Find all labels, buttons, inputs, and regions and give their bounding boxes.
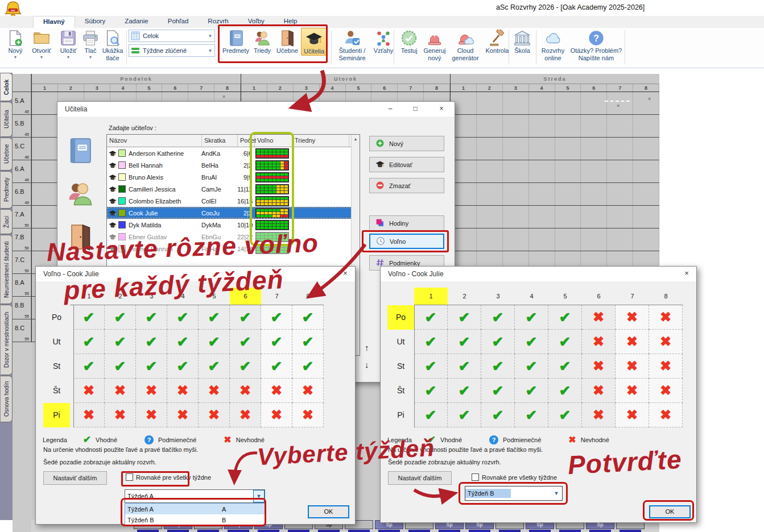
availability-cell[interactable]: ✔: [199, 305, 230, 330]
ribbon-button-cloud-gener-tor[interactable]: Cloud generátor: [449, 29, 481, 61]
menu-tab-súbory[interactable]: Súbory: [75, 16, 115, 28]
availability-cell[interactable]: ✖: [136, 403, 167, 427]
ribbon-button--tudenti-semin-re[interactable]: Študenti / Semináre: [334, 29, 370, 61]
sidebar-tab-osnova-hod-n[interactable]: Osnova hodín: [1, 376, 13, 422]
timetable-cell[interactable]: [633, 228, 659, 251]
availability-cell[interactable]: ✖: [292, 379, 324, 403]
availability-cell[interactable]: ✖: [649, 403, 683, 427]
timetable-cell[interactable]: [477, 115, 503, 137]
availability-cell[interactable]: ✖: [261, 403, 292, 427]
availability-cell[interactable]: ✔: [230, 354, 261, 379]
period-header-2[interactable]: 2: [448, 288, 481, 305]
sidebar-tab-u-ebne[interactable]: Učebne: [1, 138, 13, 171]
view-combo-weeks[interactable]: Týždne zlúčené▼: [129, 44, 215, 57]
availability-cell[interactable]: ✔: [414, 305, 448, 330]
ribbon-button--kola[interactable]: Škola: [511, 29, 534, 55]
teacher-row[interactable]: Cook JulieCooJu2|2: [107, 207, 360, 219]
timetable-cell[interactable]: [555, 160, 581, 182]
period-header-6[interactable]: 6: [230, 288, 261, 305]
availability-cell[interactable]: ✖: [649, 305, 683, 330]
sidebar-tab-u-itelia[interactable]: Učitelia: [1, 102, 13, 137]
timetable-cell[interactable]: [503, 160, 529, 182]
availability-cell[interactable]: ✖: [73, 403, 105, 427]
menu-tab-zadanie[interactable]: Zadanie: [115, 16, 158, 28]
availability-cell[interactable]: ✔: [548, 330, 582, 354]
lesson-card-partial[interactable]: [499, 530, 521, 532]
timetable-cell[interactable]: [633, 138, 659, 160]
availability-cell[interactable]: ✖: [230, 379, 261, 403]
period-header-5[interactable]: 5: [548, 288, 582, 305]
availability-cell[interactable]: ✔: [136, 354, 167, 379]
period-header-1[interactable]: 1: [414, 288, 448, 305]
period-header-2[interactable]: 2: [105, 288, 136, 305]
lesson-card-partial[interactable]: [228, 530, 249, 532]
availability-cell[interactable]: ✔: [481, 305, 515, 330]
lesson-card-partial[interactable]: [620, 530, 641, 532]
period-header-3[interactable]: 3: [481, 288, 515, 305]
availability-cell[interactable]: ✔: [136, 330, 167, 354]
hodiny-button[interactable]: Hodiny: [369, 215, 444, 231]
timetable-cell[interactable]: [555, 138, 581, 160]
lesson-card-partial[interactable]: [167, 530, 189, 532]
timetable-cell[interactable]: [529, 206, 555, 228]
availability-cell[interactable]: ✔: [167, 330, 199, 354]
teacher-row[interactable]: Bruno AlexisBruAl9|9: [107, 171, 360, 183]
teacher-row[interactable]: Bell HannahBelHa2|2: [107, 159, 360, 171]
availability-cell[interactable]: ✔: [448, 379, 481, 403]
lesson-card-partial[interactable]: [469, 530, 490, 532]
timetable-cell[interactable]: [32, 138, 58, 160]
lesson-card-partial[interactable]: [288, 530, 309, 532]
timetable-cell[interactable]: [633, 183, 659, 205]
lesson-card-partial[interactable]: [137, 530, 159, 532]
availability-cell[interactable]: ✖: [261, 379, 292, 403]
ribbon-button-otvori-[interactable]: Otvoriť▼: [27, 29, 56, 59]
timetable-cell[interactable]: [581, 92, 607, 114]
availability-cell[interactable]: ✖: [582, 330, 616, 354]
availability-cell[interactable]: ✖: [582, 379, 616, 403]
availability-cell[interactable]: ✖: [105, 403, 136, 427]
maximize-icon[interactable]: □: [407, 105, 424, 113]
teacher-row[interactable]: Camilleri JessicaCamJe11|11: [107, 183, 360, 195]
sidebar-tab-predmety[interactable]: Predmety: [1, 171, 13, 209]
timetable-cell[interactable]: [477, 206, 503, 228]
availability-cell[interactable]: ✔: [261, 354, 292, 379]
timetable-cell[interactable]: [503, 183, 529, 205]
timetable-cell[interactable]: [529, 115, 555, 137]
ribbon-button-tla-[interactable]: Tlač▼: [81, 29, 100, 59]
availability-cell[interactable]: ✖: [649, 330, 683, 354]
teacher-row[interactable]: Fischer HannahFisHa14|14: [107, 243, 360, 255]
availability-cell[interactable]: ✔: [105, 330, 136, 354]
availability-cell[interactable]: ✔: [414, 403, 448, 427]
period-header-5[interactable]: 5: [199, 288, 230, 305]
availability-cell[interactable]: ✖: [616, 354, 649, 379]
column-header-skratka[interactable]: Skratka: [202, 135, 238, 147]
availability-cell[interactable]: ✔: [105, 354, 136, 379]
timetable-cell[interactable]: [477, 228, 503, 251]
ribbon-button-rozvrhy-online[interactable]: Rozvrhy online: [538, 29, 568, 61]
ribbon-button-ot-zky-probl-m-nap-te-n-m[interactable]: ?Otázky? Problém? Napíšte nám: [570, 29, 622, 61]
timetable-cell[interactable]: [581, 228, 607, 251]
set-next-button[interactable]: Nastaviť ďalším: [43, 471, 107, 485]
ribbon-button-nov-[interactable]: Nový▼: [5, 29, 26, 59]
close-icon[interactable]: ×: [678, 269, 695, 277]
ribbon-button-testuj[interactable]: Testuj: [397, 29, 421, 55]
availability-cell[interactable]: ✔: [73, 330, 105, 354]
availability-cell[interactable]: ✔: [515, 403, 548, 427]
timetable-cell[interactable]: [555, 115, 581, 137]
timetable-cell[interactable]: [503, 206, 529, 228]
availability-cell[interactable]: ✖: [649, 379, 683, 403]
timetable-cell[interactable]: [529, 183, 555, 205]
availability-cell[interactable]: ✔: [481, 403, 515, 427]
timetable-cell[interactable]: [32, 92, 58, 114]
availability-cell[interactable]: ✔: [548, 403, 582, 427]
availability-cell[interactable]: ✔: [73, 305, 105, 330]
editova--button[interactable]: Editovať: [369, 157, 444, 172]
timetable-cell[interactable]: [555, 92, 581, 114]
timetable-cell[interactable]: [32, 160, 58, 182]
lesson-card-partial[interactable]: [348, 530, 370, 532]
availability-cell[interactable]: ✖: [292, 403, 324, 427]
close-icon[interactable]: ×: [433, 105, 450, 113]
availability-cell[interactable]: ✖: [167, 403, 199, 427]
ribbon-button-generuj-nov-[interactable]: Generuj nový: [421, 29, 448, 61]
timetable-cell[interactable]: [581, 183, 607, 205]
